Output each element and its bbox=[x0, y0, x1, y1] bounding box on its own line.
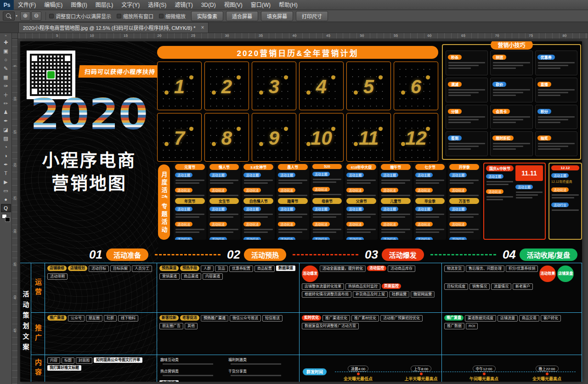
marketing-tips-panel: 营销小技巧 秒杀拼团优惠券满减砍价直播分销会员卡积分签到限时折扣抽奖 bbox=[442, 44, 581, 160]
placeholder-line bbox=[175, 195, 204, 196]
poster-title-line2: 营销地图 bbox=[20, 169, 158, 194]
menu-item[interactable]: 帮助(H) bbox=[275, 0, 302, 10]
history-brush-tool[interactable]: ✒ bbox=[1, 117, 11, 125]
menu-item[interactable]: 图层(L) bbox=[91, 0, 118, 10]
close-icon[interactable]: × bbox=[201, 24, 204, 31]
pen-tool[interactable]: ✒ bbox=[1, 160, 11, 169]
row-label-text: 推广 bbox=[33, 324, 43, 344]
activity-tag: 活动主题 bbox=[209, 207, 227, 211]
menu-item[interactable]: 图像(I) bbox=[67, 0, 91, 10]
activity-card-title: 万圣节 bbox=[449, 198, 479, 204]
placeholder-line bbox=[278, 214, 307, 215]
ruler-number: 40 bbox=[13, 294, 17, 300]
qr-finder-square bbox=[30, 54, 39, 63]
menu-item[interactable]: 3D(D) bbox=[197, 0, 220, 10]
calendar-highlight-dot bbox=[331, 75, 335, 79]
checkbox-box[interactable] bbox=[49, 14, 54, 18]
placeholder-line bbox=[493, 122, 515, 123]
tip-title: 优惠券 bbox=[537, 55, 555, 60]
zoom-out-button[interactable]: ⊖ bbox=[31, 11, 41, 21]
dodge-tool[interactable]: ◑ bbox=[1, 152, 11, 160]
options-button[interactable]: 实际像素 bbox=[191, 11, 223, 21]
menu-bar: Ps 文件(F)编辑(E)图像(I)图层(L)文字(Y)选择(S)滤镜(T)3D… bbox=[0, 0, 588, 10]
option-checkbox[interactable]: 缩放所有窗口 bbox=[117, 12, 153, 20]
flow-node: 新老客户 bbox=[513, 283, 533, 290]
placeholder-line bbox=[538, 143, 575, 144]
marquee-tool[interactable]: ▣ bbox=[1, 47, 11, 55]
placeholder-line bbox=[347, 195, 376, 196]
flow-node: 内容渠道 bbox=[203, 273, 223, 280]
options-button[interactable]: 打印尺寸 bbox=[296, 11, 328, 21]
placeholder-line bbox=[450, 180, 479, 181]
placeholder-line bbox=[448, 148, 471, 150]
checkbox-label: 缩放所有窗口 bbox=[123, 12, 153, 20]
timeline-time: 上午8:00 bbox=[411, 366, 432, 372]
placeholder-line bbox=[450, 182, 474, 184]
option-checkbox[interactable]: 细微缩放 bbox=[159, 12, 186, 20]
flow-node: 根据转化情况调整页面布局 bbox=[302, 291, 351, 298]
placeholder-line bbox=[381, 195, 410, 196]
move-tool[interactable]: ✚ bbox=[1, 38, 11, 46]
menu-item[interactable]: 选择(S) bbox=[144, 0, 170, 10]
flow-node: 朋友圈 bbox=[86, 315, 102, 322]
tip-title: 秒杀 bbox=[448, 55, 462, 60]
topic-activity-cards: 年货节活动主题活动玩法活动行业女生节活动主题活动玩法活动行业白色情人节活动主题活… bbox=[174, 197, 481, 240]
menu-items: 文件(F)编辑(E)图像(I)图层(L)文字(Y)选择(S)滤镜(T)3D(D)… bbox=[14, 0, 302, 10]
options-button[interactable]: 填充屏幕 bbox=[261, 11, 293, 21]
healing-brush-tool[interactable]: ＋ bbox=[1, 90, 11, 99]
activity-tag: 活动玩法 bbox=[312, 222, 330, 226]
current-tool-preview[interactable] bbox=[3, 11, 15, 21]
checkbox-box[interactable] bbox=[159, 14, 164, 18]
canvas-area[interactable]: 扫码可以获得小程序扶持 2020 小程序电商 营销地图 2020营销日历&全年营… bbox=[18, 39, 588, 384]
document-tab[interactable]: 2020小程序电商营销地图.jpg @ 12.5% (扫码可以获得小程序扶持, … bbox=[18, 22, 209, 33]
flow-node: 人群 bbox=[201, 265, 214, 272]
activity-tag: 活动主题 bbox=[312, 172, 330, 176]
background-color-swatch[interactable] bbox=[5, 217, 10, 222]
menu-item[interactable]: 文字(Y) bbox=[117, 0, 144, 10]
lasso-tool[interactable]: ○ bbox=[1, 56, 11, 64]
activity-card-title: 元宵节 bbox=[175, 164, 205, 170]
document-tab-bar: 2020小程序电商营销地图.jpg @ 12.5% (扫码可以获得小程序扶持, … bbox=[0, 22, 588, 33]
hand-tool[interactable]: ● bbox=[1, 195, 11, 203]
zoom-in-button[interactable]: ⊕ bbox=[20, 11, 30, 21]
brush-tool[interactable]: ✏ bbox=[1, 99, 11, 107]
blur-tool[interactable]: ◔ bbox=[1, 143, 11, 151]
option-checkbox[interactable]: 调整窗口大小以满屏显示 bbox=[49, 12, 111, 20]
type-tool[interactable]: T bbox=[1, 169, 11, 177]
ruler-number: 25 bbox=[191, 34, 195, 38]
options-button[interactable]: 适合屏幕 bbox=[226, 11, 258, 21]
zoom-tool[interactable]: Q bbox=[1, 204, 11, 212]
menu-item[interactable]: 编辑(E) bbox=[40, 0, 67, 10]
eyedropper-tool[interactable]: ✑ bbox=[1, 82, 11, 90]
shape-tool[interactable]: ▭ bbox=[1, 186, 11, 195]
activity-card-title: 白色情人节 bbox=[243, 198, 273, 204]
timeline-dot bbox=[420, 373, 423, 375]
menu-item[interactable]: 滤镜(T) bbox=[170, 0, 197, 10]
eraser-tool[interactable]: ◪ bbox=[1, 125, 11, 134]
menu-item[interactable]: 视图(V) bbox=[220, 0, 247, 10]
menu-item[interactable]: 窗口(W) bbox=[247, 0, 275, 10]
clone-stamp-tool[interactable]: ♟ bbox=[1, 108, 11, 116]
phase-number: 01 bbox=[89, 248, 102, 262]
color-swatches[interactable] bbox=[2, 214, 10, 222]
tip-card: 分销 bbox=[446, 105, 488, 130]
special-activities-box-oct-nov: 国庆&中秋节活动主题活动玩法11.11活动主题 bbox=[483, 163, 546, 240]
gradient-tool[interactable]: ▨ bbox=[1, 134, 11, 142]
phase-number: 03 bbox=[365, 248, 378, 262]
placeholder-line bbox=[278, 182, 302, 184]
chevron-down-icon[interactable]: ▾ bbox=[16, 14, 17, 18]
menu-item[interactable]: 文件(F) bbox=[14, 0, 40, 10]
checkbox-box[interactable] bbox=[117, 14, 121, 18]
special-card-title: 国庆&中秋节 bbox=[486, 165, 514, 171]
calendar-highlight-dot bbox=[379, 75, 383, 79]
activity-tag: 活动主题 bbox=[449, 173, 467, 177]
placeholder-line bbox=[538, 148, 560, 150]
placeholder-line bbox=[347, 214, 376, 215]
placeholder-line bbox=[313, 181, 337, 183]
toolbar-collapse-icon[interactable]: » bbox=[0, 34, 11, 38]
path-selection-tool[interactable]: ▶ bbox=[1, 178, 11, 186]
flow-node: 推广复盘 bbox=[444, 315, 464, 321]
photoshop-logo: Ps bbox=[0, 0, 14, 10]
crop-tool[interactable]: ▦ bbox=[1, 73, 11, 81]
quick-selection-tool[interactable]: ✎ bbox=[1, 64, 11, 73]
